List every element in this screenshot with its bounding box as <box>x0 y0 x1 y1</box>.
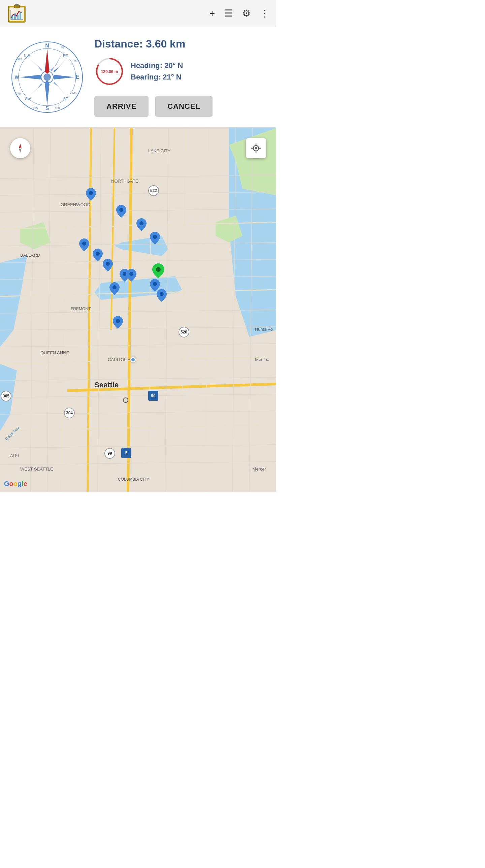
svg-marker-38 <box>45 49 49 74</box>
heading-display: Heading: 20° N <box>131 61 183 70</box>
map-locate-button[interactable] <box>246 138 266 158</box>
svg-point-88 <box>153 235 157 239</box>
svg-point-98 <box>156 267 161 272</box>
svg-text:315: 315 <box>17 58 22 61</box>
svg-marker-33 <box>53 56 68 72</box>
svg-point-85 <box>89 191 93 195</box>
bearing-display: Bearing: 21° N <box>131 73 183 82</box>
map-pin-3[interactable] <box>137 218 147 232</box>
toolbar-right: + ☰ ⚙ ⋮ <box>210 8 269 19</box>
arrive-button[interactable]: ARRIVE <box>94 96 149 117</box>
svg-rect-3 <box>15 4 19 6</box>
app-icon <box>7 3 27 24</box>
distance-display: Distance: 3.60 km <box>94 38 266 50</box>
svg-marker-31 <box>20 75 41 80</box>
svg-marker-32 <box>53 75 75 80</box>
svg-point-90 <box>96 252 100 256</box>
svg-text:W: W <box>14 74 19 80</box>
add-button[interactable]: + <box>210 8 215 19</box>
more-button[interactable]: ⋮ <box>260 8 269 19</box>
compass-rose: N E S W NE SE SW NW 45 90 135 180 225 27… <box>10 40 84 114</box>
svg-point-94 <box>153 282 157 286</box>
map-pin-7[interactable] <box>103 259 113 273</box>
svg-text:45: 45 <box>61 46 64 49</box>
svg-point-13 <box>44 74 51 81</box>
cancel-button[interactable]: CANCEL <box>155 96 213 117</box>
map-pin-11[interactable] <box>110 282 120 297</box>
menu-button[interactable]: ☰ <box>224 8 233 19</box>
svg-text:NE: NE <box>63 54 68 58</box>
map-pin-5[interactable] <box>79 239 89 253</box>
svg-rect-8 <box>17 15 19 20</box>
svg-text:270: 270 <box>16 92 21 95</box>
svg-text:120.06 m: 120.06 m <box>101 69 118 74</box>
heading-bearing-text: Heading: 20° N Bearing: 21° N <box>131 61 183 82</box>
map-north-button[interactable] <box>10 138 30 158</box>
svg-marker-35 <box>26 83 42 98</box>
action-buttons: ARRIVE CANCEL <box>94 96 266 117</box>
info-right: Distance: 3.60 km 120.06 m Heading: 20° … <box>94 38 266 117</box>
svg-marker-39 <box>45 81 49 106</box>
svg-text:N: N <box>45 43 49 49</box>
svg-text:SE: SE <box>63 97 68 101</box>
svg-text:E: E <box>76 74 80 80</box>
svg-rect-9 <box>20 12 21 20</box>
svg-text:180: 180 <box>55 106 60 110</box>
svg-point-93 <box>129 272 133 276</box>
svg-marker-37 <box>26 56 42 71</box>
map-pin-1[interactable] <box>86 188 96 202</box>
svg-rect-6 <box>11 16 13 20</box>
svg-rect-7 <box>14 13 16 20</box>
svg-marker-99 <box>19 144 22 148</box>
map-background <box>0 128 276 492</box>
map-pin-12[interactable] <box>113 316 123 330</box>
map-pin-destination[interactable] <box>152 264 164 280</box>
svg-point-86 <box>119 208 123 212</box>
svg-marker-36 <box>53 82 68 98</box>
circle-marker <box>123 398 128 403</box>
svg-text:225: 225 <box>33 106 38 110</box>
svg-marker-100 <box>19 148 22 153</box>
map-pin-4[interactable] <box>150 232 160 246</box>
svg-text:90: 90 <box>74 59 78 63</box>
svg-point-95 <box>113 285 117 289</box>
svg-point-91 <box>106 262 110 266</box>
map-pin-9[interactable] <box>126 269 137 283</box>
toolbar-left <box>7 3 27 24</box>
info-panel: N E S W NE SE SW NW 45 90 135 180 225 27… <box>0 27 276 128</box>
heading-bearing-row: 120.06 m Heading: 20° N Bearing: 21° N <box>94 56 266 87</box>
svg-marker-34 <box>50 53 62 71</box>
google-logo: Google <box>4 480 27 488</box>
map-pin-6[interactable] <box>93 249 103 263</box>
svg-text:NW: NW <box>24 54 30 58</box>
map-pin-13[interactable] <box>157 289 167 303</box>
toolbar: + ☰ ⚙ ⋮ <box>0 0 276 27</box>
svg-point-89 <box>82 242 86 246</box>
map-pin-2[interactable] <box>116 205 126 219</box>
svg-point-97 <box>160 292 164 296</box>
svg-point-87 <box>140 221 144 225</box>
svg-text:S: S <box>46 105 49 111</box>
circular-indicator: 120.06 m <box>94 56 125 87</box>
map-container[interactable]: LAKE CITY NORTHGATE GREENWOOD BALLARD FR… <box>0 128 276 492</box>
current-location <box>130 357 136 363</box>
svg-text:135: 135 <box>71 91 77 95</box>
svg-point-102 <box>255 147 257 149</box>
svg-point-96 <box>116 319 120 323</box>
svg-text:SW: SW <box>25 97 31 101</box>
settings-button[interactable]: ⚙ <box>242 8 250 19</box>
